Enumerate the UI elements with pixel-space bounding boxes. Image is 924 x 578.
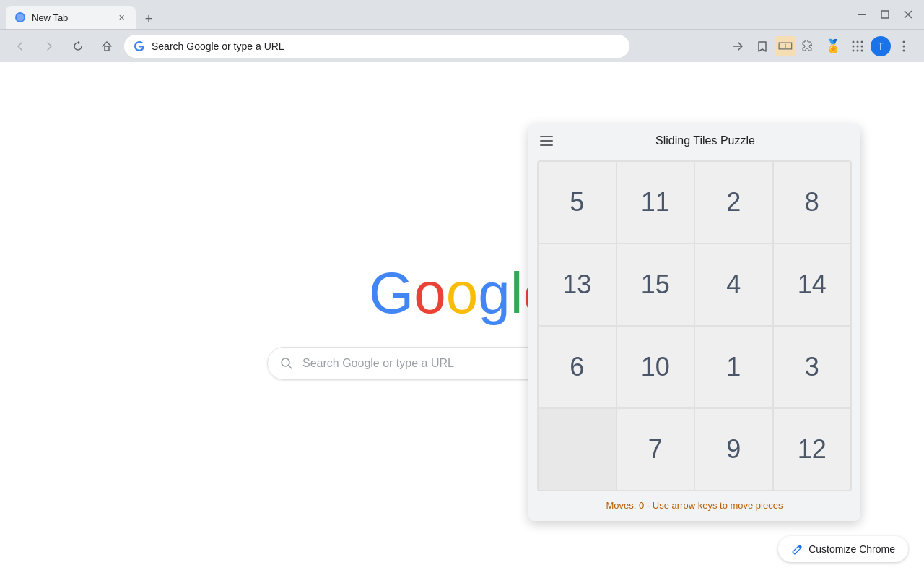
google-logo: G o o g l e [369, 260, 555, 327]
apps-button[interactable] [846, 35, 869, 58]
extension1-button[interactable]: 🀱 [775, 36, 796, 56]
minimize-button[interactable] [852, 4, 872, 25]
window-controls [852, 4, 918, 25]
svg-point-12 [861, 45, 863, 47]
popup-header: Sliding Tiles Puzzle [528, 124, 860, 158]
puzzle-tile-12[interactable]: 12 [774, 409, 851, 490]
puzzle-status: Moves: 0 - Use arrow keys to move pieces [528, 494, 860, 512]
svg-point-18 [903, 49, 905, 51]
svg-line-20 [289, 366, 292, 369]
share-button[interactable] [726, 35, 749, 58]
new-tab-page: G o o g l e Search Google or type a URL … [0, 62, 924, 578]
bookmark-button[interactable] [751, 35, 774, 58]
puzzle-tile-13[interactable]: 13 [539, 244, 616, 325]
maximize-button[interactable] [875, 4, 895, 25]
hamburger-menu-icon[interactable] [540, 136, 553, 146]
logo-g: g [478, 260, 510, 327]
new-tab-button[interactable]: + [139, 9, 159, 29]
svg-rect-6 [105, 46, 109, 51]
forward-button[interactable] [38, 35, 61, 58]
active-tab[interactable]: New Tab ✕ [6, 6, 136, 29]
toolbar-icons: 🀱 🏅 T [726, 35, 915, 58]
menu-button[interactable] [892, 35, 915, 58]
svg-point-16 [903, 40, 905, 43]
puzzle-tile-14[interactable]: 14 [774, 244, 851, 325]
svg-point-10 [853, 45, 855, 47]
close-window-button[interactable] [898, 4, 918, 25]
search-icon [279, 356, 294, 371]
tab-favicon [14, 12, 26, 23]
reload-button[interactable] [66, 35, 90, 58]
puzzle-tile-3[interactable]: 3 [774, 327, 851, 407]
puzzle-tile-empty [539, 409, 616, 490]
url-text: Search Google or type a URL [152, 40, 621, 52]
puzzle-tile-11[interactable]: 11 [617, 162, 694, 243]
puzzle-tile-8[interactable]: 8 [774, 162, 851, 243]
puzzle-tile-7[interactable]: 7 [617, 409, 694, 490]
extension2-button[interactable]: 🏅 [821, 35, 845, 58]
browser-window: New Tab ✕ + [0, 0, 924, 578]
puzzle-tile-15[interactable]: 15 [617, 244, 694, 325]
tab-title: New Tab [32, 12, 110, 23]
logo-l: l [510, 260, 523, 327]
logo-o1: o [414, 260, 446, 327]
logo-o2: o [446, 260, 479, 327]
puzzle-tile-4[interactable]: 4 [695, 244, 772, 325]
tab-close-button[interactable]: ✕ [116, 12, 127, 23]
tab-bar: New Tab ✕ + [0, 0, 924, 29]
puzzle-tile-5[interactable]: 5 [539, 162, 616, 243]
svg-rect-1 [858, 14, 866, 15]
puzzle-title: Sliding Tiles Puzzle [562, 134, 849, 147]
home-button[interactable] [95, 35, 118, 58]
svg-point-13 [853, 49, 855, 51]
logo-G: G [369, 260, 414, 327]
svg-point-8 [857, 40, 859, 43]
puzzle-tile-2[interactable]: 2 [695, 162, 772, 243]
customize-chrome-label: Customize Chrome [808, 543, 895, 555]
svg-point-15 [861, 49, 863, 51]
puzzle-tile-9[interactable]: 9 [695, 409, 772, 490]
address-bar: Search Google or type a URL 🀱 🏅 [0, 29, 924, 62]
profile-avatar[interactable]: T [871, 36, 891, 56]
customize-chrome-button[interactable]: Customize Chrome [778, 536, 908, 562]
puzzle-tile-6[interactable]: 6 [539, 327, 616, 407]
google-g-icon [133, 40, 146, 53]
puzzle-tile-10[interactable]: 10 [617, 327, 694, 407]
puzzle-tile-1[interactable]: 1 [695, 327, 772, 407]
svg-rect-2 [881, 11, 889, 18]
svg-point-14 [857, 49, 859, 51]
back-button[interactable] [9, 35, 32, 58]
puzzle-popup: Sliding Tiles Puzzle 5112813154146101379… [528, 124, 860, 521]
address-input[interactable]: Search Google or type a URL [124, 35, 629, 58]
svg-point-9 [861, 40, 863, 43]
puzzle-grid: 511281315414610137912 [537, 160, 852, 491]
svg-marker-5 [78, 41, 80, 44]
svg-point-7 [853, 40, 855, 43]
svg-point-17 [903, 45, 905, 47]
svg-point-11 [857, 45, 859, 47]
pencil-icon [791, 543, 803, 555]
extensions-button[interactable] [797, 35, 820, 58]
